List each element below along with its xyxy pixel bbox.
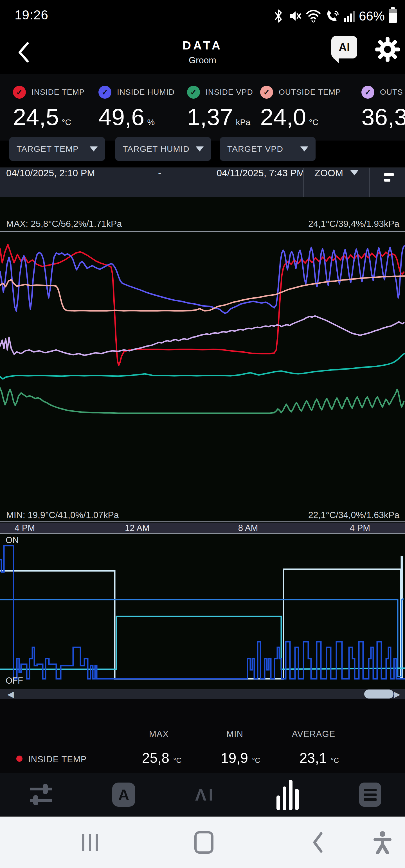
stats-header-min: MIN xyxy=(226,729,243,739)
home-icon xyxy=(194,831,213,854)
series-device-cyan xyxy=(0,616,405,669)
ai-chat-icon[interactable]: AI xyxy=(331,36,357,59)
x-tick: 4 PM xyxy=(15,523,35,533)
stats-table: MAX MIN AVERAGE INSIDE TEMP 25,8 °C 19,9… xyxy=(0,699,405,773)
battery-percent: 66% xyxy=(359,8,385,24)
status-bar: 19:26 xyxy=(0,0,405,31)
recent-apps-button[interactable] xyxy=(70,816,110,868)
series-target-vpd xyxy=(0,353,404,379)
date-start[interactable]: 04/10/2025, 2:10 PM xyxy=(6,167,95,181)
check-icon: ✓ xyxy=(187,86,200,99)
date-range-row: 04/10/2025, 2:10 PM - 04/11/2025, 7:43 P… xyxy=(0,167,405,197)
date-separator: - xyxy=(158,167,161,181)
scroll-left-icon[interactable]: ◀ xyxy=(7,689,14,699)
settings-gear-icon[interactable] xyxy=(375,36,401,62)
device-state-chart[interactable] xyxy=(0,534,405,688)
metric-value: 36,3 xyxy=(361,103,405,131)
metric-value: 24,5°C xyxy=(13,103,106,131)
volume-muted-icon xyxy=(288,9,301,23)
wifi-icon xyxy=(306,9,321,23)
metric-value: 49,6% xyxy=(98,103,191,131)
status-clock: 19:26 xyxy=(15,7,48,23)
series-dot xyxy=(16,755,23,762)
check-icon: ✓ xyxy=(13,86,26,99)
chart-max-left: MAX: 25,8°C/56,2%/1.71kPa xyxy=(6,219,122,229)
back-button[interactable] xyxy=(301,816,335,868)
status-icons: 66% xyxy=(273,8,397,24)
bluetooth-icon xyxy=(273,9,284,23)
chevron-down-icon xyxy=(300,147,308,152)
date-end[interactable]: 04/11/2025, 7:43 PM xyxy=(216,167,305,181)
environment-line-chart[interactable] xyxy=(0,233,405,511)
metric-value: 24,0°C xyxy=(260,103,353,131)
metric-outside-temp[interactable]: ✓ OUTSIDE TEMP 24,0°C xyxy=(260,85,353,131)
target-vpd-dropdown[interactable]: TARGET VPD xyxy=(220,137,316,161)
metric-label: INSIDE HUMID xyxy=(117,88,175,97)
nav-tune-tab[interactable] xyxy=(19,776,63,813)
stats-header-average: AVERAGE xyxy=(292,729,336,739)
series-inside-vpd xyxy=(0,388,404,413)
ai-letters-icon: ΛI xyxy=(195,785,216,804)
x-axis-band: 4 PM 12 AM 8 AM 4 PM xyxy=(0,523,405,533)
metric-inside-temp[interactable]: ✓ INSIDE TEMP 24,5°C xyxy=(13,85,106,131)
nav-charts-tab[interactable] xyxy=(265,776,310,813)
chart-scrollbar[interactable]: ◀ ▶ xyxy=(0,689,405,699)
metric-label: OUTS xyxy=(380,88,403,97)
recent-apps-icon xyxy=(82,834,98,851)
app-bottom-nav: A ΛI xyxy=(0,773,405,816)
battery-icon xyxy=(389,9,397,23)
chart-max-right: 24,1°C/39,4%/1.93kPa xyxy=(308,219,399,229)
target-temp-dropdown[interactable]: TARGET TEMP xyxy=(9,137,105,161)
app-screen: 19:26 xyxy=(0,0,405,868)
chevron-down-icon xyxy=(350,170,358,176)
chevron-down-icon xyxy=(90,147,97,152)
stats-min-value: 19,9 °C xyxy=(221,750,260,766)
stats-header-max: MAX xyxy=(149,729,169,739)
metrics-row: ✓ INSIDE TEMP 24,5°C ✓ INSIDE HUMID 49,6… xyxy=(0,74,405,141)
chart-min-left: MIN: 19,9°C/41,0%/1.07kPa xyxy=(6,510,119,520)
zoom-dropdown[interactable]: ZOOM xyxy=(314,167,358,181)
chevron-down-icon xyxy=(196,147,204,152)
check-icon: ✓ xyxy=(98,86,111,99)
wifi-calling-icon xyxy=(325,9,340,23)
list-icon xyxy=(359,782,381,807)
signal-bars-icon xyxy=(344,10,355,22)
nav-controller-tab[interactable]: A xyxy=(101,776,146,813)
system-nav-bar xyxy=(0,816,405,868)
chart-min-right: 22,1°C/34,0%/1.63kPa xyxy=(308,510,399,520)
bar-chart-icon xyxy=(277,779,299,810)
scrollbar-thumb[interactable] xyxy=(364,689,394,699)
nav-logs-tab[interactable] xyxy=(348,776,393,813)
off-label: OFF xyxy=(6,676,23,686)
accessibility-button[interactable] xyxy=(366,816,399,868)
accessibility-icon xyxy=(372,831,393,854)
scroll-right-icon[interactable]: ▶ xyxy=(394,689,400,699)
check-icon: ✓ xyxy=(260,86,273,99)
metric-label: OUTSIDE TEMP xyxy=(279,88,341,97)
check-icon: ✓ xyxy=(361,86,374,99)
header: DATA Groom AI xyxy=(0,31,405,74)
metric-label: INSIDE VPD xyxy=(206,88,253,97)
target-humid-dropdown[interactable]: TARGET HUMID xyxy=(115,137,211,161)
back-chevron-icon xyxy=(312,832,324,853)
controller-a-icon: A xyxy=(112,782,135,807)
stats-row-label: INSIDE TEMP xyxy=(28,754,87,765)
nav-ai-tab[interactable]: ΛI xyxy=(183,776,228,813)
series-device-royal-blue xyxy=(0,546,405,679)
home-button[interactable] xyxy=(184,816,224,868)
metric-inside-humid[interactable]: ✓ INSIDE HUMID 49,6% xyxy=(98,85,191,131)
metric-label: INSIDE TEMP xyxy=(31,88,85,97)
x-tick: 12 AM xyxy=(125,523,150,533)
filter-icon[interactable] xyxy=(384,173,394,182)
divider xyxy=(0,521,405,522)
stats-max-value: 25,8 °C xyxy=(142,750,181,766)
sliders-icon xyxy=(28,781,55,808)
divider xyxy=(0,231,405,232)
x-tick: 8 AM xyxy=(238,523,258,533)
stats-avg-value: 23,1 °C xyxy=(299,750,339,766)
metric-outside-humid[interactable]: ✓ OUTS 36,3 xyxy=(361,85,405,131)
x-tick: 4 PM xyxy=(350,523,370,533)
